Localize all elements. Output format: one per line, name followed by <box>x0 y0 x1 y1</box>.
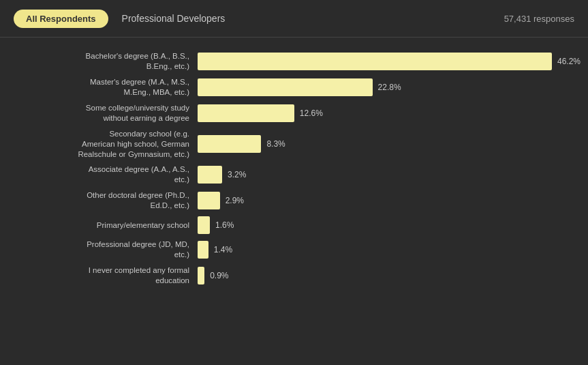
bar <box>198 192 220 209</box>
response-count: 57,431 responses <box>504 14 574 24</box>
header: All Respondents Professional Developers … <box>0 0 588 38</box>
chart-row: Master's degree (M.A., M.S.,M.Eng., MBA,… <box>14 77 574 98</box>
tab-professional-developers[interactable]: Professional Developers <box>122 13 226 24</box>
chart-row: Some college/university studywithout ear… <box>14 103 574 123</box>
bar-value: 46.2% <box>557 57 581 66</box>
chart-row: I never completed any formaleducation0.9… <box>14 265 574 286</box>
bar-label: Other doctoral degree (Ph.D.,Ed.D., etc.… <box>14 190 198 211</box>
bar-value: 1.6% <box>215 220 234 230</box>
bar <box>198 53 552 70</box>
tab-all-respondents[interactable]: All Respondents <box>14 10 108 28</box>
bar-area: 1.6% <box>198 216 574 234</box>
bar <box>198 267 204 284</box>
bar-area: 0.9% <box>198 267 574 284</box>
bar <box>198 104 294 122</box>
bar-value: 22.8% <box>378 83 401 92</box>
bar-value: 12.6% <box>300 108 323 118</box>
chart-row: Professional degree (JD, MD,etc.)1.4% <box>14 239 574 260</box>
bar-area: 2.9% <box>198 192 574 209</box>
bar-area: 8.3% <box>198 135 574 153</box>
bar-area: 46.2% <box>198 53 581 70</box>
bar-value: 0.9% <box>210 271 228 280</box>
bar-value: 8.3% <box>266 139 285 149</box>
bar <box>198 135 261 153</box>
bar-label: Master's degree (M.A., M.S.,M.Eng., MBA,… <box>14 77 198 98</box>
bar-value: 3.2% <box>228 170 246 179</box>
bar-value: 1.4% <box>214 245 232 254</box>
bar <box>198 216 210 234</box>
bar-label: Professional degree (JD, MD,etc.) <box>14 239 198 260</box>
bar <box>198 241 208 259</box>
bar-label: Secondary school (e.g.American high scho… <box>14 129 198 160</box>
chart-row: Other doctoral degree (Ph.D.,Ed.D., etc.… <box>14 190 574 211</box>
chart-row: Primary/elementary school1.6% <box>14 216 574 234</box>
chart-row: Secondary school (e.g.American high scho… <box>14 129 574 160</box>
bar-value: 2.9% <box>226 196 244 205</box>
bar-area: 12.6% <box>198 104 574 122</box>
chart-container: Bachelor's degree (B.A., B.S.,B.Eng., et… <box>0 38 588 298</box>
bar-label: Primary/elementary school <box>14 220 198 231</box>
bar-area: 1.4% <box>198 241 574 259</box>
bar-area: 3.2% <box>198 166 574 184</box>
bar-area: 22.8% <box>198 78 574 96</box>
bar-label: I never completed any formaleducation <box>14 265 198 286</box>
bar-label: Associate degree (A.A., A.S.,etc.) <box>14 164 198 185</box>
bar <box>198 166 222 184</box>
chart-row: Associate degree (A.A., A.S.,etc.)3.2% <box>14 164 574 185</box>
bar <box>198 78 373 96</box>
bar-label: Some college/university studywithout ear… <box>14 103 198 123</box>
bar-label: Bachelor's degree (B.A., B.S.,B.Eng., et… <box>14 51 198 72</box>
chart-row: Bachelor's degree (B.A., B.S.,B.Eng., et… <box>14 51 574 72</box>
